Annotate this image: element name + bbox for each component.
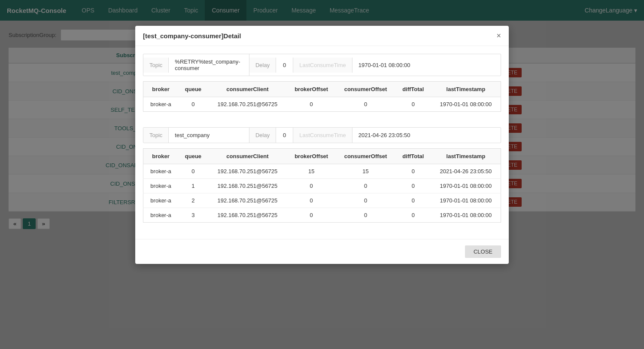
cell-lastTimestamp: 1970-01-01 08:00:00 <box>431 208 501 223</box>
col-diffTotal: diffTotal <box>395 82 431 97</box>
topic-label: Topic <box>143 58 169 73</box>
detail-modal: [test_company-consumer]Detail × Topic %R… <box>135 26 509 264</box>
cell-consumerClient[interactable]: 192.168.70.251@56725 <box>208 97 287 112</box>
cell-brokerOffset: 0 <box>287 97 336 112</box>
cell-consumerClient[interactable]: 192.168.70.251@56725 <box>208 179 287 193</box>
inner-table: brokerqueueconsumerClientbrokerOffsetcon… <box>143 148 501 223</box>
col-consumerOffset: consumerOffset <box>336 82 395 97</box>
cell-consumerOffset: 15 <box>336 164 395 179</box>
inner-table-row: broker-a3192.168.70.251@567250001970-01-… <box>143 208 501 223</box>
delay-label: Delay <box>249 128 276 143</box>
col-consumerOffset: consumerOffset <box>336 149 395 164</box>
cell-broker: broker-a <box>143 97 179 112</box>
inner-table-row: broker-a2192.168.70.251@567250001970-01-… <box>143 193 501 208</box>
cell-consumerClient[interactable]: 192.168.70.251@56725 <box>208 208 287 223</box>
delay-value: 0 <box>276 128 293 143</box>
cell-lastTimestamp: 2021-04-26 23:05:50 <box>431 164 501 179</box>
lastconsume-label: LastConsumeTime <box>293 58 352 73</box>
col-queue: queue <box>178 149 208 164</box>
cell-consumerClient[interactable]: 192.168.70.251@56725 <box>208 164 287 179</box>
cell-lastTimestamp: 1970-01-01 08:00:00 <box>431 179 501 193</box>
cell-diffTotal: 0 <box>395 164 431 179</box>
cell-consumerOffset: 0 <box>336 179 395 193</box>
modal-footer: CLOSE <box>135 239 509 264</box>
cell-diffTotal: 0 <box>395 179 431 193</box>
cell-lastTimestamp: 1970-01-01 08:00:00 <box>431 97 501 112</box>
lastconsume-value: 1970-01-01 08:00:00 <box>352 58 501 73</box>
col-lastTimestamp: lastTimestamp <box>431 149 501 164</box>
modal-body: Topic %RETRY%test_company-consumer Delay… <box>135 46 509 239</box>
delay-label: Delay <box>249 58 276 73</box>
cell-queue: 1 <box>178 179 208 193</box>
cell-broker: broker-a <box>143 208 179 223</box>
cell-diffTotal: 0 <box>395 208 431 223</box>
col-broker: broker <box>143 82 179 97</box>
cell-broker: broker-a <box>143 193 179 208</box>
modal-close-btn[interactable]: CLOSE <box>465 245 501 258</box>
cell-queue: 0 <box>178 97 208 112</box>
cell-diffTotal: 0 <box>395 193 431 208</box>
cell-brokerOffset: 0 <box>287 208 336 223</box>
topic-info-row: Topic %RETRY%test_company-consumer Delay… <box>143 54 501 76</box>
cell-queue: 2 <box>178 193 208 208</box>
col-brokerOffset: brokerOffset <box>287 82 336 97</box>
cell-consumerOffset: 0 <box>336 208 395 223</box>
cell-consumerOffset: 0 <box>336 193 395 208</box>
cell-brokerOffset: 0 <box>287 193 336 208</box>
col-brokerOffset: brokerOffset <box>287 149 336 164</box>
col-consumerClient: consumerClient <box>208 82 287 97</box>
modal-overlay: [test_company-consumer]Detail × Topic %R… <box>0 0 644 349</box>
col-diffTotal: diffTotal <box>395 149 431 164</box>
col-queue: queue <box>178 82 208 97</box>
cell-broker: broker-a <box>143 164 179 179</box>
modal-header: [test_company-consumer]Detail × <box>135 26 509 46</box>
cell-queue: 3 <box>178 208 208 223</box>
inner-table-row: broker-a1192.168.70.251@567250001970-01-… <box>143 179 501 193</box>
modal-title: [test_company-consumer]Detail <box>143 32 241 40</box>
inner-table-row: broker-a0192.168.70.251@56725151502021-0… <box>143 164 501 179</box>
topic-value: %RETRY%test_company-consumer <box>169 54 249 76</box>
cell-brokerOffset: 15 <box>287 164 336 179</box>
modal-section-1: Topic test_company Delay 0 LastConsumeTi… <box>143 127 501 223</box>
inner-table: brokerqueueconsumerClientbrokerOffsetcon… <box>143 81 501 112</box>
topic-info-row: Topic test_company Delay 0 LastConsumeTi… <box>143 127 501 143</box>
cell-consumerClient[interactable]: 192.168.70.251@56725 <box>208 193 287 208</box>
lastconsume-label: LastConsumeTime <box>293 128 352 143</box>
topic-label: Topic <box>143 128 169 143</box>
delay-value: 0 <box>276 58 293 73</box>
cell-brokerOffset: 0 <box>287 179 336 193</box>
col-lastTimestamp: lastTimestamp <box>431 82 501 97</box>
cell-queue: 0 <box>178 164 208 179</box>
cell-broker: broker-a <box>143 179 179 193</box>
col-broker: broker <box>143 149 179 164</box>
topic-value: test_company <box>169 128 249 143</box>
cell-consumerOffset: 0 <box>336 97 395 112</box>
cell-diffTotal: 0 <box>395 97 431 112</box>
modal-close-button[interactable]: × <box>496 32 501 40</box>
col-consumerClient: consumerClient <box>208 149 287 164</box>
modal-section-0: Topic %RETRY%test_company-consumer Delay… <box>143 54 501 112</box>
cell-lastTimestamp: 1970-01-01 08:00:00 <box>431 193 501 208</box>
inner-table-row: broker-a0192.168.70.251@567250001970-01-… <box>143 97 501 112</box>
lastconsume-value: 2021-04-26 23:05:50 <box>352 128 501 143</box>
